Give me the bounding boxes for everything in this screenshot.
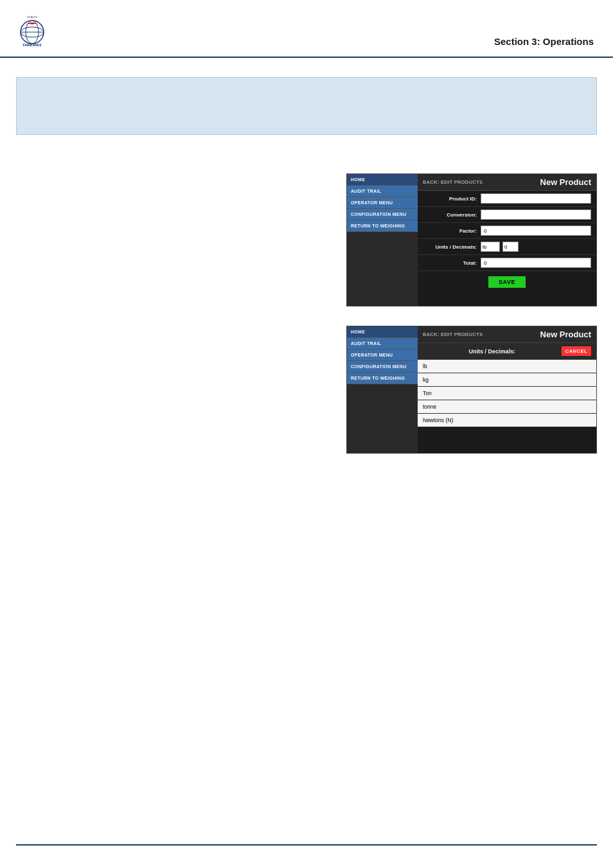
nav2-operator-menu[interactable]: OPERATOR MENU [347, 350, 418, 361]
page-header: FAIRBANKS SCALES Section 3: Operations [0, 0, 613, 58]
svg-text:FAIRBANKS: FAIRBANKS [22, 43, 42, 47]
cancel-button[interactable]: CANCEL [562, 346, 591, 356]
nav2-audit-trail[interactable]: AUDIT TRAIL [347, 338, 418, 350]
factor-input[interactable] [481, 226, 591, 236]
unit-ton[interactable]: Ton [418, 387, 596, 400]
total-input[interactable] [481, 258, 591, 268]
units-group [481, 242, 591, 252]
panel1-content: BACK: EDIT PRODUCTS New Product Product … [418, 174, 596, 306]
save-row: SAVE [418, 271, 596, 293]
nav-configuration-menu[interactable]: CONFIGURATION MENU [347, 209, 418, 220]
nav-return-to-weighing[interactable]: RETURN TO WEIGHING [347, 220, 418, 232]
factor-label: Factor: [423, 228, 481, 234]
panel2-back-label: BACK: EDIT PRODUCTS [423, 332, 483, 337]
bottom-divider [16, 844, 597, 846]
save-button[interactable]: SAVE [488, 276, 526, 288]
section-title: Section 3: Operations [494, 36, 594, 50]
fairbanks-logo: FAIRBANKS SCALES [13, 12, 51, 50]
panels-container: HOME AUDIT TRAIL OPERATOR MENU CONFIGURA… [0, 173, 613, 454]
unit-kg[interactable]: kg [418, 373, 596, 387]
factor-row: Factor: [418, 223, 596, 239]
product-id-input[interactable] [481, 193, 591, 204]
panel1-nav: HOME AUDIT TRAIL OPERATOR MENU CONFIGURA… [347, 174, 418, 306]
decimals-input[interactable] [502, 242, 519, 252]
unit-newtons[interactable]: Newtons (N) [418, 414, 596, 427]
units-decimals-row: Units / Decimals: [418, 239, 596, 255]
unit-tonne[interactable]: tonne [418, 400, 596, 414]
panel2-nav: HOME AUDIT TRAIL OPERATOR MENU CONFIGURA… [347, 326, 418, 453]
panel1-back-label: BACK: EDIT PRODUCTS [423, 179, 483, 185]
nav2-return-to-weighing[interactable]: RETURN TO WEIGHING [347, 373, 418, 384]
panel2-header: BACK: EDIT PRODUCTS New Product [418, 326, 596, 343]
nav-audit-trail[interactable]: AUDIT TRAIL [347, 186, 418, 197]
product-id-label: Product ID: [423, 196, 481, 202]
main-content [0, 148, 613, 161]
new-product-panel: HOME AUDIT TRAIL OPERATOR MENU CONFIGURA… [346, 173, 597, 306]
conversion-label: Conversion: [423, 212, 481, 218]
product-id-row: Product ID: [418, 191, 596, 207]
panel1-header: BACK: EDIT PRODUCTS New Product [418, 174, 596, 191]
total-label: Total: [423, 260, 481, 266]
units-dropdown-panel: HOME AUDIT TRAIL OPERATOR MENU CONFIGURA… [346, 326, 597, 454]
nav-operator-menu[interactable]: OPERATOR MENU [347, 197, 418, 209]
nav-home[interactable]: HOME [347, 174, 418, 186]
conversion-row: Conversion: [418, 207, 596, 223]
units-dropdown-header: Units / Decimals: CANCEL [418, 343, 596, 360]
nav2-configuration-menu[interactable]: CONFIGURATION MENU [347, 361, 418, 373]
conversion-input[interactable] [481, 209, 591, 220]
total-row: Total: [418, 255, 596, 271]
logo-container: FAIRBANKS SCALES [13, 12, 51, 50]
units-input[interactable] [481, 242, 500, 252]
svg-text:SCALES: SCALES [27, 15, 37, 19]
units-header-label: Units / Decimals: [423, 348, 562, 355]
panel2-content: BACK: EDIT PRODUCTS New Product Units / … [418, 326, 596, 453]
info-box [16, 77, 597, 135]
panel1-title: New Product [540, 177, 591, 187]
panel2-title: New Product [540, 330, 591, 339]
unit-lb[interactable]: lb [418, 360, 596, 373]
nav2-home[interactable]: HOME [347, 326, 418, 338]
units-decimals-label: Units / Decimals: [423, 244, 481, 250]
units-dropdown-list: lb kg Ton tonne Newtons (N) [418, 360, 596, 427]
